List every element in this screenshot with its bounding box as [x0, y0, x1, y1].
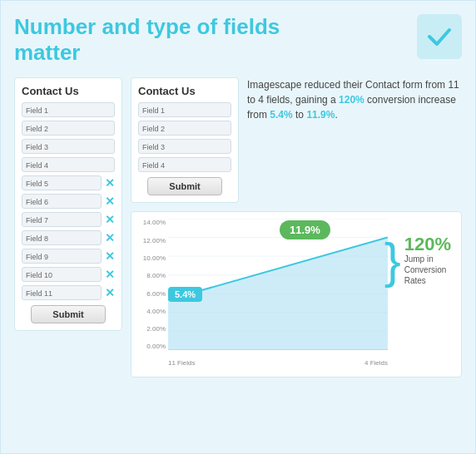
annotation-text: 120% Jump inConversionRates — [404, 235, 451, 286]
field-x-icon-7: ✕ — [105, 232, 115, 244]
left-field-row: Field 9✕ — [22, 249, 115, 264]
right-field-row: Field 4 — [138, 157, 231, 172]
chart-area: 14.00% 12.00% 10.00% 8.00% 6.00% 4.00% 2… — [131, 211, 462, 378]
left-field-row: Field 4 — [22, 157, 115, 172]
description-text: Imagescape reduced their Contact form fr… — [247, 77, 462, 122]
right-field-input-2[interactable]: Field 3 — [138, 139, 231, 154]
top-right: Contact Us Field 1Field 2Field 3Field 4 … — [131, 77, 462, 203]
checkmark-icon — [426, 23, 453, 50]
form-right-title: Contact Us — [138, 85, 231, 97]
left-field-input-10[interactable]: Field 11 — [22, 285, 102, 300]
field-x-icon-5: ✕ — [105, 195, 115, 207]
left-field-row: Field 3 — [22, 139, 115, 154]
left-field-row: Field 10✕ — [22, 267, 115, 282]
header: Number and type of fields matter — [14, 14, 462, 66]
page-title: Number and type of fields matter — [14, 14, 330, 66]
left-field-input-7[interactable]: Field 8 — [22, 230, 102, 245]
y-label-7: 0.00% — [146, 343, 168, 350]
left-field-input-1[interactable]: Field 2 — [22, 121, 115, 136]
field-x-icon-8: ✕ — [105, 250, 115, 262]
y-axis: 14.00% 12.00% 10.00% 8.00% 6.00% 4.00% 2… — [138, 219, 168, 350]
annotation-120: } 120% Jump inConversionRates — [384, 235, 451, 286]
left-field-input-6[interactable]: Field 7 — [22, 212, 102, 227]
field-x-icon-10: ✕ — [105, 287, 115, 299]
y-label-5: 4.00% — [146, 308, 168, 315]
left-field-input-5[interactable]: Field 6 — [22, 194, 102, 209]
chart-svg-container — [168, 219, 388, 350]
highlight-120: 120% — [339, 94, 364, 106]
right-fields-container: Field 1Field 2Field 3Field 4 — [138, 102, 231, 172]
y-label-6: 2.00% — [146, 325, 168, 333]
annotation-label: Jump inConversionRates — [404, 254, 451, 286]
x-label-0: 11 Fields — [168, 359, 195, 367]
checkmark-box — [417, 14, 462, 59]
submit-button-left[interactable]: Submit — [31, 305, 106, 323]
form-left: Contact Us Field 1Field 2Field 3Field 4F… — [14, 77, 122, 331]
x-label-1: 4 Fields — [364, 359, 388, 367]
right-field-input-0[interactable]: Field 1 — [138, 102, 231, 117]
highlight-54: 5.4% — [270, 109, 292, 121]
highlight-119: 11.9% — [306, 109, 335, 121]
right-field-row: Field 2 — [138, 121, 231, 136]
form-left-title: Contact Us — [22, 85, 115, 97]
field-x-icon-9: ✕ — [105, 269, 115, 280]
bubble-low: 5.4% — [168, 287, 202, 302]
field-x-icon-6: ✕ — [105, 214, 115, 225]
left-field-row: Field 5✕ — [22, 175, 115, 190]
field-x-icon-4: ✕ — [105, 177, 115, 189]
right-field-input-1[interactable]: Field 2 — [138, 121, 231, 136]
right-panel: Contact Us Field 1Field 2Field 3Field 4 … — [131, 77, 462, 378]
left-fields-container: Field 1Field 2Field 3Field 4Field 5✕Fiel… — [22, 102, 115, 300]
page-container: Number and type of fields matter Contact… — [0, 0, 476, 454]
submit-button-right[interactable]: Submit — [147, 177, 222, 195]
left-field-input-2[interactable]: Field 3 — [22, 139, 115, 154]
left-field-input-0[interactable]: Field 1 — [22, 102, 115, 117]
left-field-row: Field 7✕ — [22, 212, 115, 227]
y-label-3: 8.00% — [146, 272, 168, 279]
form-right: Contact Us Field 1Field 2Field 3Field 4 … — [131, 77, 239, 203]
y-label-4: 6.00% — [146, 290, 168, 298]
left-field-row: Field 6✕ — [22, 194, 115, 209]
left-field-input-4[interactable]: Field 5 — [22, 175, 102, 190]
left-field-row: Field 1 — [22, 102, 115, 117]
right-field-row: Field 1 — [138, 102, 231, 117]
x-axis: 11 Fields 4 Fields — [168, 359, 388, 367]
left-field-row: Field 2 — [22, 121, 115, 136]
y-label-0: 14.00% — [143, 219, 168, 226]
y-label-2: 10.00% — [143, 254, 168, 262]
left-field-input-8[interactable]: Field 9 — [22, 249, 102, 264]
brace-icon: } — [384, 236, 401, 286]
left-field-input-3[interactable]: Field 4 — [22, 157, 115, 172]
left-field-row: Field 8✕ — [22, 230, 115, 245]
left-field-row: Field 11✕ — [22, 285, 115, 300]
y-label-1: 12.00% — [143, 237, 168, 244]
main-content: Contact Us Field 1Field 2Field 3Field 4F… — [14, 77, 462, 378]
right-field-input-3[interactable]: Field 4 — [138, 157, 231, 172]
left-field-input-9[interactable]: Field 10 — [22, 267, 102, 282]
right-field-row: Field 3 — [138, 139, 231, 154]
chart-svg — [168, 219, 388, 350]
bubble-high: 11.9% — [280, 220, 330, 239]
chart-inner: 14.00% 12.00% 10.00% 8.00% 6.00% 4.00% 2… — [138, 219, 454, 370]
annotation-percent: 120% — [404, 235, 451, 254]
